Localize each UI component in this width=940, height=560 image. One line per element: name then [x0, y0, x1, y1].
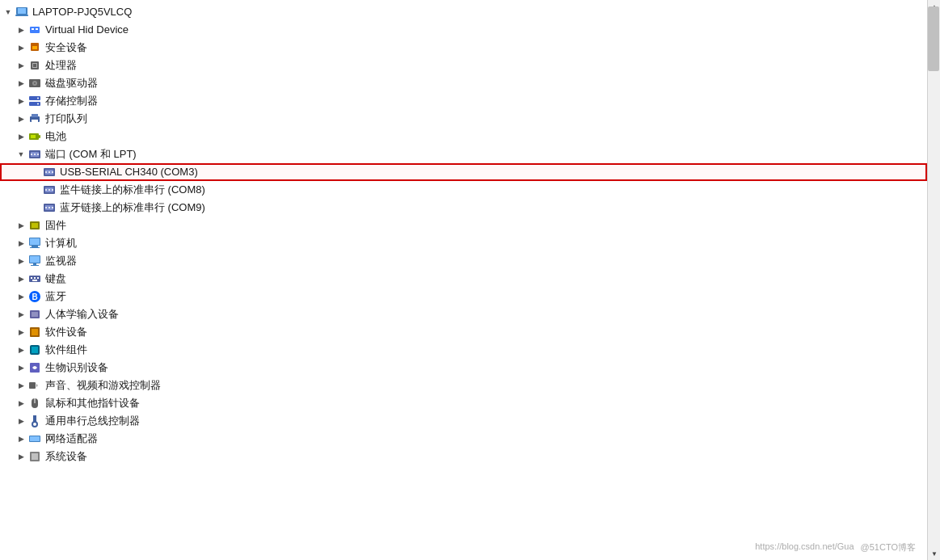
svg-point-26 [31, 154, 32, 155]
tree-item-security[interactable]: 安全设备 [0, 39, 927, 57]
tree-item-label-bluetooth-com8: 监牛链接上的标准串行 (COM8) [60, 181, 205, 199]
expand-icon-mouse[interactable] [15, 397, 27, 410]
tree-item-battery[interactable]: 电池 [0, 128, 927, 145]
watermark-csdn: https://blog.csdn.net/Gua [755, 541, 854, 554]
expand-icon-usb-serial[interactable] [29, 166, 42, 179]
expand-icon-audio[interactable] [15, 379, 27, 392]
svg-rect-49 [30, 247, 40, 248]
tree-item-label-firmware: 固件 [45, 217, 66, 234]
tree-item-label-bluetooth-com9: 蓝牙链接上的标准串行 (COM9) [60, 199, 205, 217]
tree-item-mouse[interactable]: 鼠标和其他指针设备 [0, 394, 927, 412]
svg-point-27 [34, 154, 36, 155]
watermark-cto: @51CTO博客 [861, 541, 916, 554]
tree-item-label-computer: 计算机 [45, 234, 77, 252]
tree-item-bluetooth-com8[interactable]: 监牛链接上的标准串行 (COM8) [0, 181, 927, 199]
tree-item-bluetooth-com9[interactable]: 蓝牙链接上的标准串行 (COM9) [0, 199, 927, 217]
svg-rect-52 [33, 263, 36, 265]
tree-item-label-disk: 磁盘驱动器 [45, 74, 98, 92]
com-icon [42, 200, 57, 215]
expand-icon-bluetooth-com9[interactable] [29, 201, 42, 214]
tree-item-bluetooth[interactable]: B蓝牙 [0, 288, 927, 305]
tree-item-audio[interactable]: 声音、视频和游戏控制器 [0, 377, 927, 394]
svg-point-33 [52, 171, 53, 173]
monitor-icon [27, 254, 42, 268]
tree-item-system[interactable]: 系统设备 [0, 448, 927, 465]
tree-item-software-device[interactable]: 软件设备 [0, 323, 927, 341]
tree-item-label-battery: 电池 [45, 128, 66, 145]
tree-item-software-component[interactable]: 软件组件 [0, 341, 927, 359]
svg-rect-19 [32, 114, 38, 117]
expand-icon-computer[interactable] [15, 237, 27, 250]
expand-icon-keyboard[interactable] [15, 272, 27, 285]
expand-icon-security[interactable] [15, 41, 27, 54]
svg-rect-53 [31, 265, 39, 266]
tree-item-label-network: 网络适配器 [45, 430, 98, 448]
expand-icon-printer[interactable] [15, 112, 27, 125]
tree-item-firmware[interactable]: 固件 [0, 217, 927, 234]
expand-icon-bluetooth-com8[interactable] [29, 183, 42, 196]
expand-icon-virtual-hid[interactable] [15, 23, 27, 36]
svg-rect-56 [34, 277, 36, 279]
tree-item-label-software-component: 软件组件 [45, 341, 87, 359]
expand-icon-monitor[interactable] [15, 255, 27, 267]
tree-item-usb-serial[interactable]: USB-SERIAL CH340 (COM3) [0, 163, 927, 181]
svg-rect-68 [29, 382, 36, 389]
tree-item-usb-controller[interactable]: 通用串行总线控制器 [0, 412, 927, 430]
expand-icon-firmware[interactable] [15, 219, 27, 232]
tree-item-biometric[interactable]: 生物识别设备 [0, 359, 927, 377]
tree-item-computer[interactable]: 计算机 [0, 234, 927, 252]
tree-item-label-biometric: 生物识别设备 [45, 359, 108, 377]
biometric-icon [27, 360, 42, 375]
tree-item-label-virtual-hid: Virtual Hid Device [45, 21, 129, 39]
com-icon [42, 165, 57, 179]
tree-item-label-com-lpt: 端口 (COM 和 LPT) [45, 145, 137, 163]
scrollbar-down-arrow[interactable]: ▼ [928, 547, 940, 560]
tree-item-com-lpt[interactable]: 端口 (COM 和 LPT) [0, 145, 927, 163]
device-manager-window: LAPTOP-PJQ5VLCQVirtual Hid Device安全设备处理器… [0, 0, 940, 560]
expand-icon-processor[interactable] [15, 59, 27, 72]
expand-icon-system[interactable] [15, 450, 27, 463]
svg-point-41 [45, 207, 47, 208]
expand-icon-network[interactable] [15, 432, 27, 445]
tree-item-disk[interactable]: 磁盘驱动器 [0, 74, 927, 92]
tree-item-storage[interactable]: 存储控制器 [0, 92, 927, 110]
scrollbar[interactable]: ▲ ▼ [927, 0, 940, 560]
tree-item-processor[interactable]: 处理器 [0, 57, 927, 74]
expand-icon-disk[interactable] [15, 77, 27, 90]
audio-icon [27, 378, 42, 393]
expand-icon-biometric[interactable] [15, 361, 27, 374]
scrollbar-thumb[interactable] [928, 6, 939, 71]
tree-item-printer[interactable]: 打印队列 [0, 110, 927, 128]
tree-item-virtual-hid[interactable]: Virtual Hid Device [0, 21, 927, 39]
expand-icon-battery[interactable] [15, 130, 27, 143]
tree-item-label-audio: 声音、视频和游戏控制器 [45, 377, 161, 394]
svg-rect-22 [39, 135, 40, 138]
svg-point-13 [34, 82, 36, 84]
svg-rect-4 [32, 28, 34, 30]
expand-icon-root[interactable] [2, 6, 15, 19]
tree-item-label-printer: 打印队列 [45, 110, 87, 128]
svg-rect-71 [33, 415, 36, 422]
svg-point-36 [45, 189, 47, 191]
svg-point-38 [52, 189, 53, 191]
expand-icon-bluetooth[interactable] [15, 290, 27, 303]
tree-item-human-input[interactable]: 人体学输入设备 [0, 305, 927, 323]
svg-point-37 [48, 189, 50, 191]
mouse-icon [27, 396, 42, 411]
tree-item-root[interactable]: LAPTOP-PJQ5VLCQ [0, 3, 927, 21]
expand-icon-com-lpt[interactable] [15, 148, 27, 161]
expand-icon-storage[interactable] [15, 95, 27, 107]
tree-item-monitor[interactable]: 监视器 [0, 252, 927, 270]
tree-item-network[interactable]: 网络适配器 [0, 430, 927, 448]
svg-rect-7 [32, 46, 37, 49]
com-icon [42, 183, 57, 197]
expand-icon-usb-controller[interactable] [15, 415, 27, 427]
tree-item-label-bluetooth: 蓝牙 [45, 288, 66, 305]
expand-icon-software-device[interactable] [15, 326, 27, 339]
tree-item-keyboard[interactable]: 键盘 [0, 270, 927, 288]
svg-rect-77 [32, 453, 38, 460]
tree-container[interactable]: LAPTOP-PJQ5VLCQVirtual Hid Device安全设备处理器… [0, 0, 927, 560]
expand-icon-software-component[interactable] [15, 343, 27, 356]
expand-icon-human-input[interactable] [15, 308, 27, 321]
processor-icon [27, 58, 42, 73]
